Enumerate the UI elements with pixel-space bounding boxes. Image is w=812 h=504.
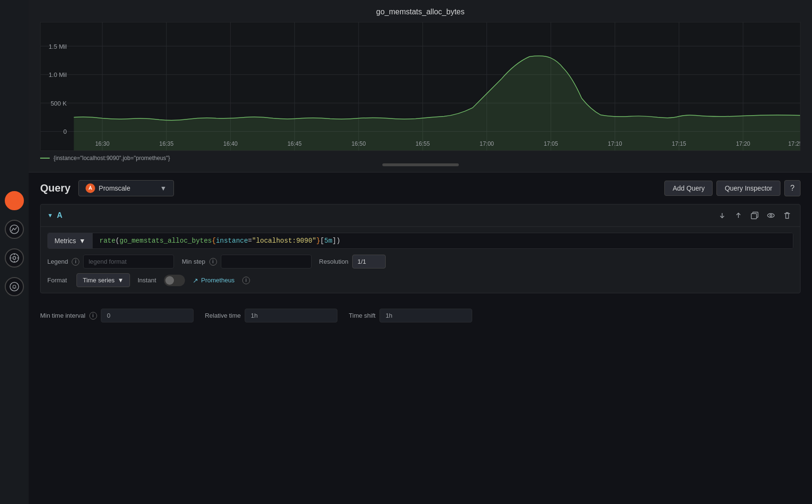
svg-line-11: [14, 289, 15, 289]
sidebar: [0, 0, 29, 504]
sidebar-icon-bell[interactable]: [5, 277, 24, 296]
prometheus-label: Prometheus: [201, 277, 235, 284]
sidebar-icon-settings[interactable]: [5, 248, 24, 268]
move-up-button[interactable]: [732, 209, 745, 222]
query-block-a-header: ▼ A: [41, 204, 800, 227]
time-shift-input[interactable]: [379, 309, 472, 322]
main-content: go_memstats_alloc_bytes: [29, 0, 812, 504]
time-series-arrow: ▼: [118, 277, 124, 284]
svg-point-1: [11, 197, 18, 200]
svg-text:17:05: 17:05: [544, 140, 558, 147]
legend-group: Legend i: [47, 255, 174, 268]
collapse-arrow[interactable]: ▼: [47, 212, 53, 219]
legend-row: Legend i Min step i Resolution: [47, 255, 793, 268]
min-step-group: Min step i: [182, 255, 311, 268]
toggle-thumb: [165, 276, 174, 285]
min-time-interval-input[interactable]: [101, 309, 194, 322]
instant-toggle[interactable]: [164, 275, 185, 286]
expr-range: 5m: [325, 237, 333, 245]
svg-text:17:25: 17:25: [788, 140, 800, 147]
prometheus-info[interactable]: i: [242, 277, 250, 284]
external-link-icon: ↗: [193, 277, 198, 284]
resolution-label: Resolution: [319, 258, 348, 265]
svg-text:1.0 Mil: 1.0 Mil: [49, 71, 67, 78]
svg-text:1.5 Mil: 1.5 Mil: [49, 43, 67, 50]
min-step-label: Min step: [182, 258, 205, 265]
relative-time-group: Relative time: [205, 309, 337, 322]
query-block-label: ▼ A: [47, 211, 62, 220]
expr-label-value: "localhost:9090": [252, 237, 316, 245]
svg-text:16:40: 16:40: [223, 140, 238, 147]
metrics-row: Metrics ▼ rate(go_memstats_alloc_bytes{i…: [47, 233, 793, 249]
sidebar-icon-database[interactable]: [5, 191, 24, 210]
datasource-icon: [86, 183, 95, 193]
svg-text:17:20: 17:20: [736, 140, 750, 147]
help-button[interactable]: ?: [784, 180, 801, 196]
legend-info[interactable]: i: [72, 258, 79, 266]
relative-time-label: Relative time: [205, 312, 241, 319]
legend-input[interactable]: [83, 255, 174, 268]
svg-text:500 K: 500 K: [51, 100, 67, 107]
min-time-interval-info[interactable]: i: [89, 312, 97, 320]
prometheus-link[interactable]: ↗ Prometheus: [193, 277, 235, 284]
time-series-label: Time series: [83, 277, 115, 284]
expr-func: rate: [99, 237, 116, 245]
query-block-actions: [716, 209, 793, 222]
query-expression[interactable]: rate(go_memstats_alloc_bytes{instance="l…: [93, 233, 793, 248]
relative-time-input[interactable]: [245, 309, 337, 322]
legend-label: Legend: [47, 258, 68, 265]
query-block-body: Metrics ▼ rate(go_memstats_alloc_bytes{i…: [41, 227, 800, 293]
format-row: Format Time series ▼ Instant ↗: [47, 273, 793, 287]
svg-text:16:55: 16:55: [416, 140, 430, 147]
svg-point-4: [13, 257, 16, 259]
query-inspector-button[interactable]: Query Inspector: [716, 181, 780, 196]
svg-rect-45: [751, 214, 757, 219]
chart-title: go_memstats_alloc_bytes: [40, 8, 801, 16]
query-section: Query Promscale ▼: [29, 172, 812, 504]
bottom-options: Min time interval i Relative time Time s…: [40, 301, 801, 326]
query-label: Query: [40, 182, 71, 194]
time-shift-label: Time shift: [349, 312, 376, 319]
svg-text:17:15: 17:15: [672, 140, 686, 147]
svg-text:16:35: 16:35: [159, 140, 173, 147]
chart-scrollbar[interactable]: [40, 161, 801, 168]
metrics-label: Metrics: [54, 237, 76, 245]
scrollbar-thumb[interactable]: [382, 163, 459, 166]
svg-text:0: 0: [63, 128, 66, 135]
min-step-input[interactable]: [221, 255, 312, 268]
chart-legend: {instance="localhost:9090",job="promethe…: [40, 155, 801, 161]
svg-text:16:30: 16:30: [95, 140, 109, 147]
datasource-name: Promscale: [99, 184, 156, 192]
query-block-a: ▼ A: [40, 204, 801, 293]
format-label: Format: [47, 277, 67, 284]
chart-area: go_memstats_alloc_bytes: [29, 0, 812, 172]
query-header-left: Query Promscale ▼: [40, 180, 174, 196]
query-block-id: A: [57, 211, 63, 220]
delete-button[interactable]: [781, 209, 793, 222]
duplicate-button[interactable]: [748, 209, 761, 222]
svg-text:16:50: 16:50: [351, 140, 366, 147]
min-time-interval-label: Min time interval: [40, 312, 86, 319]
min-step-info[interactable]: i: [209, 258, 217, 266]
svg-text:17:00: 17:00: [480, 140, 494, 147]
datasource-selector[interactable]: Promscale ▼: [78, 180, 174, 196]
add-query-button[interactable]: Add Query: [664, 181, 713, 196]
svg-text:17:10: 17:10: [608, 140, 622, 147]
metrics-button[interactable]: Metrics ▼: [48, 233, 93, 248]
toggle-track: [164, 275, 185, 286]
expr-label-key: instance: [216, 237, 248, 245]
resolution-group: Resolution 1/1 1/2 1/3: [319, 255, 386, 268]
metrics-arrow: ▼: [79, 237, 86, 245]
query-header-right: Add Query Query Inspector ?: [664, 180, 801, 196]
svg-point-9: [10, 282, 19, 291]
time-shift-group: Time shift: [349, 309, 472, 322]
toggle-visibility-button[interactable]: [765, 209, 777, 222]
resolution-select[interactable]: 1/1 1/2 1/3: [352, 255, 386, 268]
time-series-select[interactable]: Time series ▼: [76, 273, 130, 287]
sidebar-icon-chart[interactable]: [5, 220, 24, 239]
legend-text: {instance="localhost:9090",job="promethe…: [54, 155, 170, 161]
move-down-button[interactable]: [716, 209, 728, 222]
expr-metric: go_memstats_alloc_bytes: [119, 237, 212, 245]
datasource-arrow: ▼: [160, 184, 167, 192]
svg-text:16:45: 16:45: [287, 140, 302, 147]
